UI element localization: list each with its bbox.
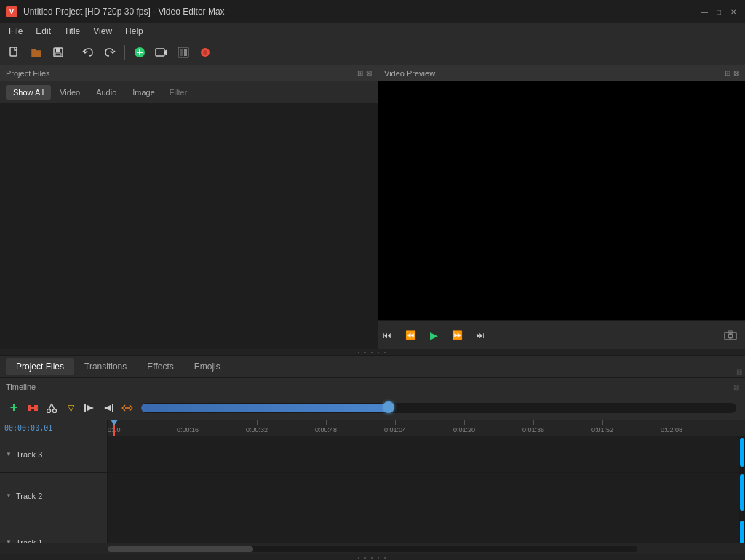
table-row: ▼ Track 3 [0,436,745,473]
track-3-content [108,436,739,472]
svg-rect-0 [10,47,17,56]
track-1-scrollbar[interactable] [739,519,745,543]
fast-forward-button[interactable]: ⏩ [448,327,466,344]
tab-project-files[interactable]: Project Files [6,358,74,375]
ruler-tick: 0:01:52 [591,420,613,433]
timeline-hscrollbar[interactable] [108,546,637,552]
cut-button[interactable] [44,400,60,416]
project-files-panel: Project Files ⊞ ⊠ Show All Video Audio I… [0,65,378,349]
skip-back-button[interactable]: ⏮ [378,327,396,344]
video-preview-header: Video Preview ⊞ ⊠ [378,65,745,81]
rewind-button[interactable]: ⏪ [402,327,419,344]
track-2-toggle[interactable]: ▼ [6,492,13,500]
play-button[interactable]: ▶ [425,327,442,344]
tab-effects[interactable]: Effects [137,358,183,375]
ruler-tick: 0:01:36 [522,420,544,433]
ruler-tick: 0:00:48 [315,420,337,433]
capture-button[interactable] [153,44,170,61]
pf-icon-1[interactable]: ⊞ [357,69,363,77]
scrubber-fill [141,404,389,412]
svg-rect-7 [156,49,164,56]
maximize-button[interactable]: □ [713,7,725,16]
timeline-current-time: 00:00:00,01 [0,420,108,436]
svg-rect-10 [184,49,187,56]
separator-2 [124,45,125,60]
table-row: ▼ Track 1 [0,519,745,543]
track-2-scrollbar[interactable] [739,473,745,519]
app-icon: V [6,6,17,17]
separator-1 [73,45,73,60]
tab-transitions[interactable]: Transitions [74,358,137,375]
playhead[interactable] [113,420,115,436]
vp-icon-2[interactable]: ⊠ [733,69,739,77]
menu-edit[interactable]: Edit [30,25,57,38]
timeline-ruler-row: 00:00:00,01 0:000:00:160:00:320:00:480:0… [0,420,745,436]
track-3-header: ▼ Track 3 [0,436,108,472]
menu-view[interactable]: View [87,25,118,38]
tab-show-all[interactable]: Show All [6,85,51,100]
timeline-ruler[interactable]: 0:000:00:160:00:320:00:480:01:040:01:200… [108,420,745,436]
window-controls[interactable]: — □ ✕ [698,7,739,16]
ruler-tick: 0:01:20 [453,420,475,433]
vp-icon-1[interactable]: ⊞ [725,69,730,77]
menu-help[interactable]: Help [119,25,149,38]
redo-button[interactable] [101,44,119,61]
bottom-tabs-resize-icon[interactable]: ⊠ [733,367,745,377]
track-2-name: Track 2 [16,492,42,500]
menu-file[interactable]: File [3,25,28,38]
save-button[interactable] [49,44,67,61]
svg-point-14 [728,334,733,338]
snap-button[interactable] [25,400,41,416]
expand-timeline-button[interactable] [119,400,135,416]
timeline-hscrollbar-thumb[interactable] [108,546,253,552]
svg-rect-3 [55,53,61,56]
skip-forward-button[interactable]: ⏭ [471,327,489,344]
resize-handle-vertical[interactable] [374,103,378,349]
tab-emojis[interactable]: Emojis [184,358,231,375]
record-button[interactable] [196,44,214,61]
project-files-header-icons: ⊞ ⊠ [357,69,372,77]
svg-point-19 [47,409,51,412]
title-bar-left: V Untitled Project [HD 720p 30 fps] - Vi… [6,6,225,17]
open-button[interactable] [28,44,45,61]
svg-rect-16 [28,405,31,411]
tab-image[interactable]: Image [125,85,162,100]
menu-bar: File Edit Title View Help [0,23,745,39]
project-files-title: Project Files [6,69,50,78]
new-button[interactable] [6,44,23,61]
pf-icon-2[interactable]: ⊠ [366,69,372,77]
timeline-icon[interactable]: ⊠ [733,383,739,391]
filter-dropdown-button[interactable]: ▽ [63,400,79,416]
timeline-toolbar: + ▽ [0,396,745,420]
title-text: Untitled Project [HD 720p 30 fps] - Vide… [23,7,225,17]
ruler-tick: 0:01:04 [384,420,406,433]
project-files-content [0,103,378,349]
track-3-scrollbar[interactable] [739,436,745,472]
track-3-toggle[interactable]: ▼ [6,451,13,458]
timeline-scrubber[interactable] [141,403,736,413]
snapshot-button[interactable] [722,327,739,344]
scrubber-handle[interactable] [383,401,394,413]
export-button[interactable] [175,44,192,61]
title-bar: V Untitled Project [HD 720p 30 fps] - Vi… [0,0,745,23]
svg-point-12 [203,50,207,55]
panel-resize-handle[interactable]: • • • • • [0,349,745,355]
undo-button[interactable] [79,44,97,61]
prev-keyframe-button[interactable] [81,400,97,416]
track-2-content [108,473,739,519]
main-content: Project Files ⊞ ⊠ Show All Video Audio I… [0,65,745,560]
close-button[interactable]: ✕ [728,7,739,16]
add-track-button[interactable]: + [6,400,22,416]
tab-video[interactable]: Video [52,85,87,100]
menu-title[interactable]: Title [58,25,86,38]
timeline-tracks: ▼ Track 3 ▼ Track 2 [0,436,745,543]
minimize-button[interactable]: — [698,7,710,16]
vp-header-icons: ⊞ ⊠ [725,69,739,77]
next-keyframe-button[interactable] [100,400,116,416]
project-files-header: Project Files ⊞ ⊠ [0,65,378,81]
tab-audio[interactable]: Audio [89,85,124,100]
svg-point-20 [53,409,57,412]
add-media-button[interactable] [131,44,148,61]
video-preview-panel: Video Preview ⊞ ⊠ ⏮ ⏪ ▶ ⏩ ⏭ [378,65,745,349]
bottom-resize-handle[interactable]: • • • • • [0,554,745,560]
